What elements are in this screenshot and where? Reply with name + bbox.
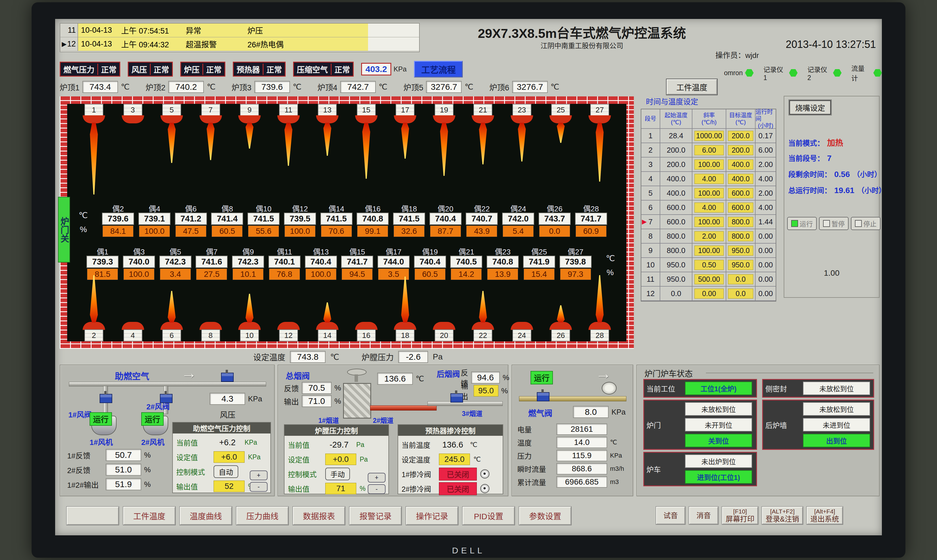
slope-field[interactable]: 0.50 — [694, 260, 724, 270]
slope-field[interactable]: 4.00 — [694, 174, 724, 184]
run-time-cell: 0.00 — [755, 272, 776, 286]
preheater-cooling-control-panel: 预热器掺冷控制 当前温度 136.6 ℃ 设定温度 245.0 ℃ 1#掺冷阀 — [398, 424, 503, 494]
hmi-screen: 11 10-04-13 上午 07:54:51 异常 炉压 ▶ 12 — [55, 19, 882, 535]
thermocouple-temp: 741.2 — [175, 212, 207, 225]
target-temp-field[interactable]: 600.0 — [728, 203, 753, 212]
process-flow-button[interactable]: 工艺流程 — [414, 61, 463, 77]
set-value-field[interactable]: +0.0 — [325, 454, 356, 465]
segment-table: 段号 起始温度(℃) 斜率(℃/h) 目标温度(℃) 运行时间(小时) 1 28… — [641, 109, 776, 302]
set-value-field[interactable]: +6.0 — [214, 451, 245, 463]
target-temp-field[interactable]: 200.0 — [728, 145, 753, 155]
burner: 8 — [198, 323, 223, 342]
rear-valve-output[interactable]: 95.0 — [474, 385, 498, 397]
run-time-cell: 6.00 — [755, 143, 776, 157]
decrease-button[interactable]: - — [250, 482, 268, 492]
slope-field[interactable]: 100.00 — [694, 160, 724, 169]
flame-icon — [595, 123, 604, 182]
system-button[interactable]: [Alt+F4] 退出系统 — [807, 507, 843, 525]
alarm-row[interactable]: 11 10-04-13 上午 07:54:51 异常 炉压 — [60, 23, 419, 37]
nav-button[interactable]: 温度曲线 — [180, 507, 232, 525]
button-label: 屏幕打印 — [726, 515, 754, 523]
valve-view-icon[interactable] — [480, 484, 490, 493]
status-badge: 燃气压力 正常 — [60, 62, 120, 77]
burner-number-tag: 3 — [123, 104, 142, 116]
nav-button[interactable] — [66, 507, 119, 525]
target-temp-field[interactable]: 600.0 — [728, 188, 753, 198]
valve-view-icon[interactable] — [480, 469, 490, 478]
output-value-field[interactable]: 71 — [325, 483, 356, 494]
run-button[interactable]: 运行 — [787, 217, 817, 230]
slope-field[interactable]: 6.00 — [694, 145, 724, 155]
table-row: 9 800.0 100.00 950.0 0.00 — [641, 243, 776, 258]
target-temp-field[interactable]: 800.0 — [728, 217, 753, 227]
status-badge: 压缩空气 正常 — [293, 62, 354, 77]
stop-button[interactable]: 停止 — [851, 217, 880, 230]
target-temp-field[interactable]: 0.0 — [728, 289, 753, 298]
slope-field[interactable]: 100.00 — [694, 246, 724, 255]
start-temp-cell: 600.0 — [660, 200, 692, 214]
target-temp-field[interactable]: 950.0 — [728, 246, 753, 255]
system-button[interactable]: [ALT+F2] 登录&注销 — [762, 507, 803, 525]
decrease-button[interactable]: - — [368, 484, 385, 494]
slope-field[interactable]: 1000.00 — [694, 131, 724, 141]
target-temp-field[interactable]: 400.0 — [728, 160, 753, 169]
thermocouple-temp: 740.4 — [430, 212, 462, 225]
system-button[interactable]: 试音 — [656, 507, 685, 525]
alarm-row[interactable]: ▶ 12 10-04-13 上午 09:44:32 超温报警 26#热电偶 — [60, 37, 419, 51]
thermocouple-output-pct: 43.9 — [466, 226, 497, 237]
burner: 21 — [470, 104, 495, 202]
burner: 4 — [120, 323, 145, 342]
burner-settings-button[interactable]: 烧嘴设定 — [789, 100, 831, 114]
control-mode-button[interactable]: 自动 — [214, 465, 238, 478]
output-value-field[interactable]: 52 — [214, 480, 245, 492]
increase-button[interactable]: + — [368, 473, 385, 483]
control-mode-button[interactable]: 手动 — [325, 468, 350, 480]
burner: 17 — [393, 104, 418, 202]
target-temp-field[interactable]: 800.0 — [728, 231, 753, 241]
burner: 10 — [237, 294, 262, 342]
segment-number: 9 — [649, 246, 652, 255]
hotkey-label: [ALT+F2] — [770, 508, 795, 515]
nav-button[interactable]: 压力曲线 — [236, 507, 288, 525]
gas-reading-label: 累计流量 — [517, 477, 553, 487]
current-mode-value: 加热 — [827, 137, 843, 148]
flame-icon — [362, 123, 371, 179]
target-temp-field[interactable]: 0.0 — [728, 274, 753, 284]
slope-field[interactable]: 2.00 — [694, 231, 724, 241]
air-pressure-unit: KPa — [248, 394, 262, 403]
system-button[interactable]: 消音 — [689, 507, 718, 525]
nav-button[interactable]: 操作记录 — [406, 507, 458, 525]
status-state-box: 未放松到位 — [685, 402, 752, 416]
slope-field[interactable]: 100.00 — [694, 188, 724, 198]
thermocouple-readout: 偶10 741.5 55.6 — [247, 203, 281, 237]
nav-button[interactable]: 报警记录 — [349, 507, 402, 525]
nav-button[interactable]: PID设置 — [462, 507, 515, 525]
slope-field[interactable]: 4.00 — [694, 203, 724, 212]
burner-port — [394, 115, 416, 123]
increase-button[interactable]: + — [250, 471, 268, 480]
button-label: 退出系统 — [811, 515, 839, 523]
burner-number-tag: 11 — [279, 104, 298, 116]
gas-run-badge: 运行 — [530, 371, 553, 385]
slope-field[interactable]: 0.00 — [694, 289, 724, 298]
thermocouple-temp: 740.8 — [487, 255, 519, 268]
segment-number: 10 — [646, 260, 655, 269]
burner-number-tag: 12 — [279, 329, 298, 342]
pause-button[interactable]: 暂停 — [819, 217, 849, 230]
status-value: 正常 — [202, 64, 225, 75]
target-temp-field[interactable]: 950.0 — [728, 260, 753, 270]
system-button[interactable]: [F10] 屏幕打印 — [722, 507, 758, 525]
thermocouple-readout: 偶20 740.4 87.7 — [428, 203, 462, 237]
thermocouple-label: 偶4 — [149, 203, 160, 212]
target-temp-field[interactable]: 200.0 — [728, 131, 753, 141]
gas-pipe — [519, 396, 626, 402]
workpiece-temp-button[interactable]: 工件温度 — [667, 79, 717, 95]
nav-button[interactable]: 数据报表 — [293, 507, 345, 525]
nav-button[interactable]: 工件温度 — [123, 507, 176, 525]
slope-field[interactable]: 100.00 — [694, 217, 724, 227]
target-temp-field[interactable]: 400.0 — [728, 174, 753, 184]
thermocouple-output-pct: 60.5 — [211, 226, 243, 237]
preheater-set-temp-field[interactable]: 245.0 — [439, 454, 470, 465]
slope-field[interactable]: 500.00 — [694, 274, 724, 284]
nav-button[interactable]: 参数设置 — [519, 507, 571, 525]
